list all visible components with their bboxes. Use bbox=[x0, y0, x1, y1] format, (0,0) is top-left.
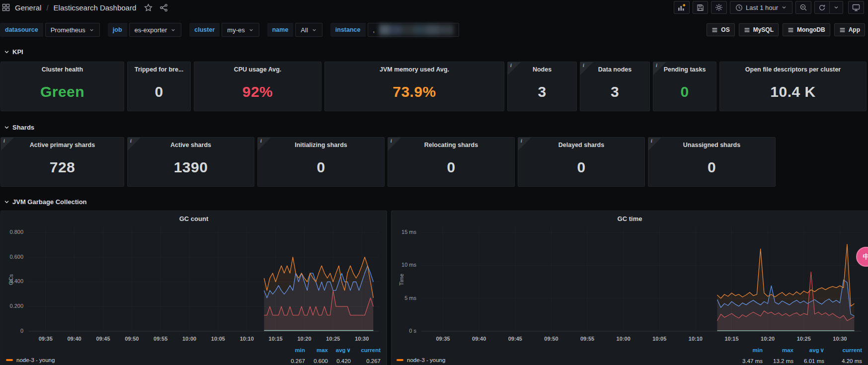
shards-stat-panel: iActive shards1390 bbox=[127, 137, 254, 187]
dashboard-link-mysql[interactable]: MySQL bbox=[739, 23, 779, 36]
x-tick-label: 10:25 bbox=[319, 336, 347, 342]
variable-value-cluster[interactable]: my-es bbox=[222, 23, 259, 37]
star-icon[interactable] bbox=[144, 3, 153, 12]
stat-panel-title[interactable]: Data nodes bbox=[598, 66, 631, 73]
stat-panel-title[interactable]: Open file descriptors per cluster bbox=[745, 66, 841, 73]
stat-panel-title[interactable]: Tripped for bre... bbox=[135, 66, 184, 73]
x-tick-label: 10:05 bbox=[204, 336, 232, 342]
x-tick-label: 10:30 bbox=[826, 336, 854, 342]
stat-panel-value: 728 bbox=[50, 148, 76, 186]
row-title-kpi: KPI bbox=[12, 48, 23, 56]
legend-header-avg[interactable]: avg∨ bbox=[328, 347, 351, 354]
x-tick-label: 09:55 bbox=[147, 336, 174, 342]
share-icon[interactable] bbox=[159, 3, 168, 12]
stat-panel-title[interactable]: Pending tasks bbox=[664, 66, 706, 73]
hamburger-icon bbox=[839, 27, 846, 33]
breadcrumb-folder[interactable]: General bbox=[15, 3, 41, 12]
dashboard-link-os[interactable]: OS bbox=[707, 23, 734, 36]
panel-info-corner[interactable] bbox=[648, 138, 661, 150]
legend-series-name: node-3 - young bbox=[407, 357, 445, 363]
dashboard-link-mongodb[interactable]: MongoDB bbox=[783, 23, 830, 36]
variable-datasource: datasourcePrometheus bbox=[0, 23, 100, 37]
clock-icon bbox=[735, 4, 743, 11]
stat-panel-title[interactable]: CPU usage Avg. bbox=[234, 66, 282, 73]
legend-header-max[interactable]: max bbox=[305, 347, 328, 353]
add-panel-button[interactable] bbox=[674, 1, 690, 14]
legend-header-current[interactable]: current bbox=[824, 347, 862, 353]
stat-panel-title[interactable]: Initializing shards bbox=[295, 142, 347, 148]
stat-panel-title[interactable]: JVM memory used Avg. bbox=[380, 66, 449, 73]
save-dashboard-button[interactable] bbox=[693, 1, 708, 14]
time-range-label: Last 1 hour bbox=[746, 4, 778, 11]
chart-plot-area[interactable] bbox=[421, 227, 862, 331]
y-tick-label: 5 ms bbox=[392, 295, 416, 301]
template-variables: datasourcePrometheusjobes-exportercluste… bbox=[0, 23, 467, 37]
dashboard-settings-button[interactable] bbox=[711, 1, 727, 14]
panel-info-corner[interactable] bbox=[580, 62, 593, 75]
legend-series-row[interactable]: node-3 - young bbox=[396, 357, 445, 363]
stat-panel-title[interactable]: Unassigned shards bbox=[683, 142, 740, 148]
stat-panel-title[interactable]: Cluster health bbox=[42, 66, 83, 73]
stat-panel-title[interactable]: Active shards bbox=[170, 142, 211, 148]
sort-caret-icon: ∨ bbox=[820, 347, 824, 354]
time-range-picker[interactable]: Last 1 hour bbox=[730, 1, 792, 14]
x-tick-label: 10:10 bbox=[233, 336, 261, 342]
kpi-stat-panel: CPU usage Avg.92% bbox=[194, 62, 321, 111]
save-icon bbox=[697, 4, 704, 11]
chart-plot-area[interactable] bbox=[28, 227, 379, 331]
x-tick-label: 09:45 bbox=[501, 336, 529, 342]
panel-info-corner[interactable] bbox=[1, 138, 14, 150]
kpi-stat-panel: iData nodes3 bbox=[580, 62, 650, 111]
legend-header-avg[interactable]: avg∨ bbox=[793, 347, 824, 354]
row-header-jvm-gc[interactable]: JVM Garbage Collection bbox=[0, 197, 868, 207]
x-tick-label: 09:40 bbox=[61, 336, 88, 342]
x-tick-label: 10:15 bbox=[262, 336, 290, 342]
legend-value-current: 4.20 ms bbox=[824, 358, 862, 364]
stat-panel-title[interactable]: Nodes bbox=[533, 66, 552, 73]
kpi-stat-panel: iNodes3 bbox=[507, 62, 577, 111]
variable-value-name[interactable]: All bbox=[295, 23, 322, 37]
legend-value-max: 0.600 bbox=[305, 358, 328, 364]
stat-panel-title[interactable]: Active primary shards bbox=[30, 142, 95, 148]
floating-extension-badge-label: 中 bbox=[863, 252, 868, 261]
chart-title[interactable]: GC count bbox=[1, 215, 387, 222]
shards-stat-panel: iRelocating shards0 bbox=[388, 137, 515, 187]
chart-title[interactable]: GC time bbox=[392, 215, 868, 222]
info-icon: i bbox=[130, 138, 132, 144]
legend-header-min[interactable]: min bbox=[732, 347, 763, 353]
legend-series-row[interactable]: node-3 - young bbox=[6, 357, 55, 363]
legend-header-min[interactable]: min bbox=[282, 347, 305, 353]
row-header-shards[interactable]: Shards bbox=[0, 122, 868, 132]
variable-value-text: , bbox=[373, 26, 375, 34]
panel-info-corner[interactable] bbox=[508, 62, 521, 75]
panel-info-corner[interactable] bbox=[388, 138, 401, 150]
add-panel-icon bbox=[678, 3, 686, 11]
cycle-view-mode-button[interactable] bbox=[848, 1, 864, 14]
panel-info-corner[interactable] bbox=[518, 138, 531, 150]
info-icon: i bbox=[3, 138, 5, 144]
row-header-kpi[interactable]: KPI bbox=[0, 47, 868, 57]
hamburger-icon bbox=[788, 27, 794, 33]
y-tick-label: 0.600 bbox=[1, 254, 23, 260]
legend-header-current[interactable]: current bbox=[351, 347, 381, 353]
variable-value-job[interactable]: es-exporter bbox=[129, 23, 182, 37]
hamburger-icon bbox=[711, 27, 718, 33]
legend-value-min: 0.267 bbox=[282, 358, 305, 364]
refresh-interval-dropdown[interactable] bbox=[830, 1, 843, 14]
y-tick-label: 0 s bbox=[392, 328, 416, 334]
refresh-button[interactable] bbox=[814, 1, 830, 14]
series-fill bbox=[717, 244, 855, 331]
zoom-out-time-button[interactable] bbox=[795, 1, 811, 14]
variable-value-instance[interactable]: , bbox=[368, 23, 460, 37]
breadcrumb-dashboard-title[interactable]: Elasticsearch Dashboard bbox=[54, 3, 137, 12]
legend-header-max[interactable]: max bbox=[763, 347, 793, 353]
dashboard-link-app[interactable]: App bbox=[834, 23, 865, 36]
stat-panel-title[interactable]: Delayed shards bbox=[558, 142, 604, 148]
x-tick-label: 10:20 bbox=[754, 336, 782, 342]
panel-info-corner[interactable] bbox=[653, 62, 666, 75]
chevron-down-icon bbox=[833, 4, 839, 10]
stat-panel-title[interactable]: Relocating shards bbox=[424, 142, 478, 148]
panel-info-corner[interactable] bbox=[128, 138, 141, 150]
panel-info-corner[interactable] bbox=[258, 138, 271, 150]
variable-value-datasource[interactable]: Prometheus bbox=[45, 23, 100, 37]
